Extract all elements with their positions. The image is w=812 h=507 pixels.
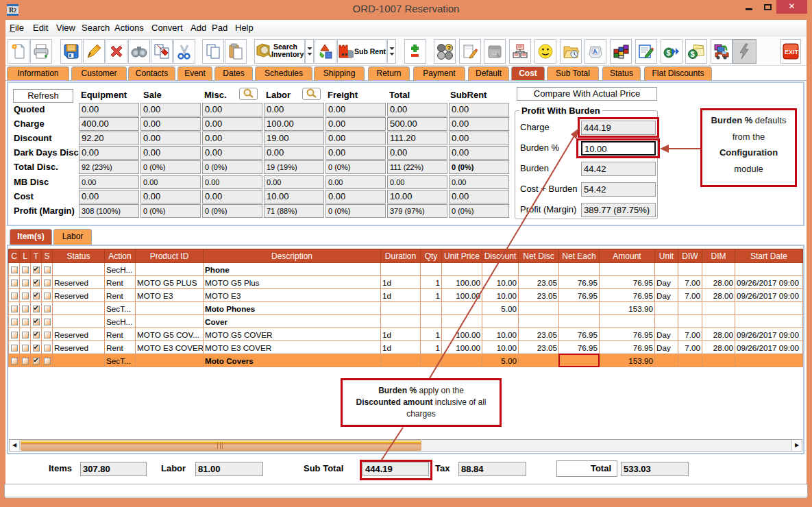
svg-text:Sub Rent: Sub Rent: [354, 47, 386, 55]
svg-text:Inventory: Inventory: [271, 50, 304, 58]
svg-text:$: $: [667, 49, 671, 57]
svg-text:EXIT: EXIT: [785, 49, 799, 55]
svg-text:?: ?: [447, 45, 452, 51]
svg-text:$: $: [691, 50, 695, 58]
